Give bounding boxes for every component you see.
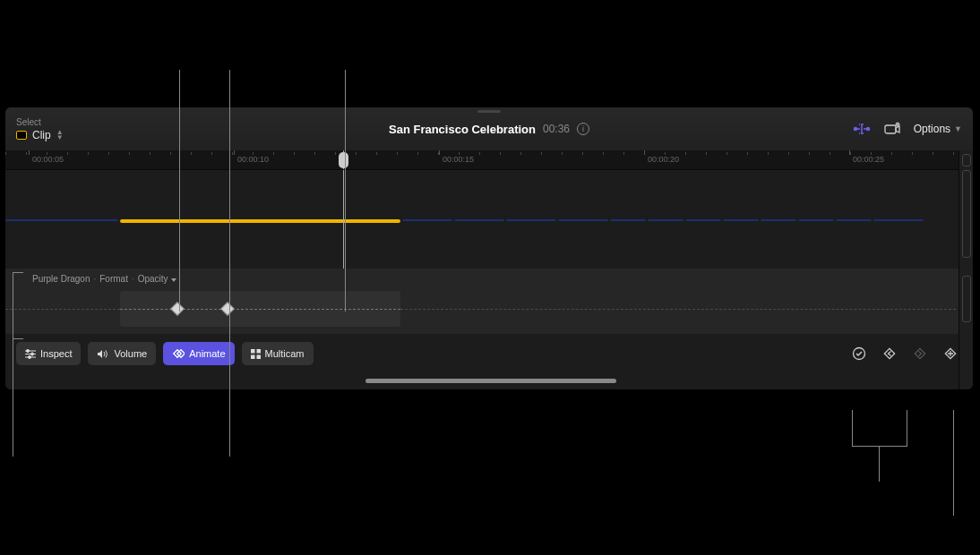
project-title: San Francisco Celebration — [389, 123, 536, 136]
keyframe-icon — [172, 349, 185, 359]
keyframe-diamond[interactable] — [220, 302, 235, 316]
clip-selector-label: Clip — [32, 129, 51, 141]
svg-rect-25 — [915, 348, 924, 358]
chevron-updown-icon: ▲▼ — [56, 130, 64, 141]
timeline-clip[interactable] — [685, 219, 721, 221]
timeline-clip[interactable]: M — [610, 219, 646, 221]
timeline-clip[interactable] — [836, 219, 872, 221]
clip-icon — [16, 131, 27, 140]
multicam-button[interactable]: Multicam — [242, 342, 314, 365]
svg-rect-21 — [251, 354, 255, 359]
options-menu[interactable]: Options ▼ — [914, 123, 962, 135]
grid-icon — [251, 349, 261, 359]
volume-button[interactable]: Volume — [88, 342, 156, 365]
enable-keyframes-button[interactable] — [847, 342, 871, 365]
keyframe-clip-region[interactable] — [120, 291, 400, 327]
bottom-toolbar: Inspect Volume Animate Multicam — [5, 334, 973, 373]
previous-keyframe-button[interactable] — [878, 342, 901, 365]
callout-line — [907, 410, 907, 446]
selected-clip[interactable]: Purple Dragon — [120, 219, 400, 223]
callout-line — [13, 272, 13, 457]
keyframe-value-line[interactable] — [120, 309, 400, 310]
keyframe-category: Format — [99, 274, 128, 284]
project-duration: 00:36 — [543, 123, 570, 135]
options-label: Options — [914, 123, 950, 135]
next-keyframe-button[interactable] — [908, 342, 932, 365]
callout-line — [852, 446, 907, 447]
keyframe-clip-name: Purple Dragon — [32, 274, 90, 284]
select-mode-label: Select — [16, 117, 64, 127]
playhead-handle[interactable] — [339, 152, 348, 168]
svg-rect-20 — [256, 349, 261, 354]
timeline-clip[interactable] — [506, 219, 556, 221]
keyframe-editor: Purple Dragon · Format · Opacity — [5, 269, 973, 334]
vertical-scroll-strip — [959, 150, 973, 389]
timeline-header: Select Clip ▲▼ San Francisco Celebration… — [5, 107, 973, 150]
svg-point-14 — [27, 349, 30, 352]
snapping-icon[interactable] — [853, 122, 871, 136]
callout-line — [345, 70, 346, 312]
timeline-clip[interactable]: P — [648, 219, 683, 221]
callout-line — [953, 410, 954, 516]
timeline-clip[interactable] — [402, 219, 452, 221]
svg-rect-19 — [251, 349, 255, 354]
svg-point-15 — [31, 353, 34, 355]
record-voiceover-icon[interactable] — [883, 122, 901, 136]
timeline-clip[interactable] — [5, 219, 118, 221]
svg-point-4 — [866, 128, 869, 131]
horizontal-scrollbar[interactable] — [5, 373, 973, 389]
svg-rect-7 — [885, 125, 896, 133]
timeline-clip[interactable] — [723, 219, 759, 221]
chevron-down-icon: ▼ — [954, 124, 962, 133]
callout-line — [179, 70, 180, 312]
inspect-button[interactable]: Inspect — [16, 342, 81, 365]
inspect-label: Inspect — [40, 348, 72, 359]
callout-line — [852, 410, 853, 446]
callout-line — [229, 70, 230, 457]
timeline-clip[interactable] — [761, 219, 796, 221]
clip-selector[interactable]: Clip ▲▼ — [16, 129, 64, 141]
svg-point-3 — [854, 128, 856, 131]
callout-line — [13, 338, 23, 339]
callout-line — [13, 272, 23, 273]
timeline-track-area[interactable]: Purple DragonHapMP — [5, 170, 973, 269]
keyframe-diamond[interactable] — [170, 302, 185, 316]
animate-button[interactable]: Animate — [163, 342, 234, 365]
keyframe-lane[interactable] — [5, 284, 973, 334]
track-scroll[interactable] — [962, 170, 971, 258]
sliders-icon — [25, 349, 36, 359]
timeline-panel: Select Clip ▲▼ San Francisco Celebration… — [5, 107, 973, 389]
animate-label: Animate — [189, 348, 225, 359]
primary-storyline[interactable]: Purple DragonHapMP — [5, 219, 973, 257]
keyframe-param-dropdown[interactable]: Opacity — [138, 274, 176, 284]
speaker-icon — [97, 349, 109, 359]
svg-point-16 — [29, 355, 31, 358]
svg-rect-22 — [256, 354, 261, 359]
info-icon[interactable]: i — [577, 123, 589, 135]
timeline-clip[interactable] — [454, 219, 504, 221]
svg-rect-24 — [884, 348, 894, 358]
timeline-clip[interactable] — [798, 219, 834, 221]
timeline-ruler[interactable]: 00:00:0500:00:1000:00:1500:00:2000:00:25 — [5, 150, 973, 170]
callout-line — [879, 446, 880, 482]
timeline-clip[interactable] — [873, 219, 924, 221]
panel-drag-handle[interactable] — [477, 110, 501, 113]
keyframe-param-header[interactable]: Purple Dragon · Format · Opacity — [5, 274, 973, 284]
multicam-label: Multicam — [265, 348, 305, 359]
zoom-scroll[interactable] — [962, 154, 971, 166]
volume-label: Volume — [114, 348, 147, 359]
keyframe-scroll[interactable] — [962, 276, 971, 322]
timeline-clip[interactable]: Hap — [558, 219, 608, 221]
scroll-thumb[interactable] — [365, 379, 616, 383]
